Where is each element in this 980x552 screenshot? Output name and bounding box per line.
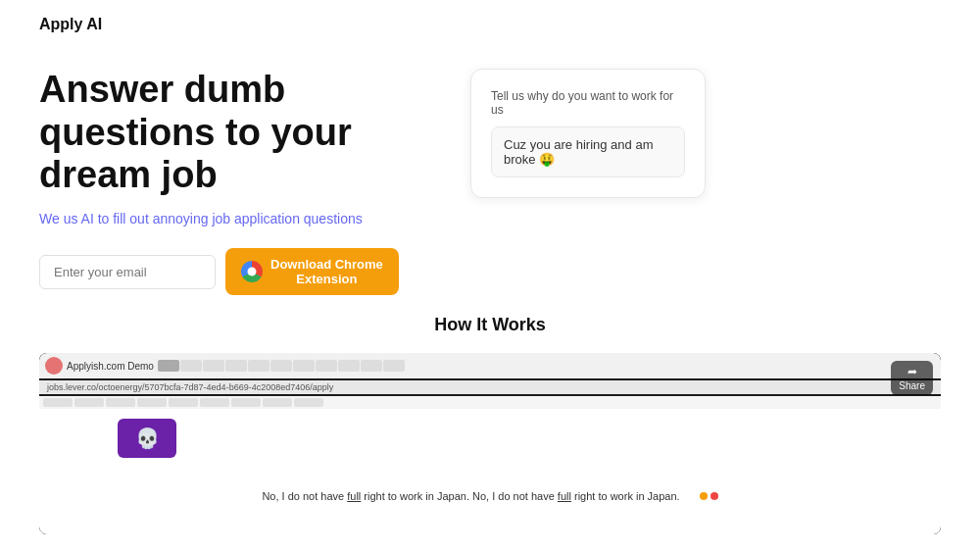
download-btn-label: Download ChromeExtension — [270, 257, 383, 286]
video-label: Applyish.com Demo — [67, 361, 154, 372]
url-bar[interactable]: jobs.lever.co/octoenergy/5707bcfa-7d87-4… — [39, 380, 941, 394]
hero-subtitle: We us AI to fill out annoying job applic… — [39, 211, 431, 226]
chrome-icon — [241, 261, 263, 282]
hero-left: Answer dumb questions to your dream job … — [39, 69, 431, 295]
content-area: No, I do not have full right to work in … — [242, 468, 737, 525]
tab-6[interactable] — [293, 360, 315, 372]
video-text: No, I do not have full right to work in … — [262, 488, 679, 505]
bookmark-7[interactable] — [231, 398, 261, 407]
bookmark-1[interactable] — [43, 398, 73, 407]
url-text: jobs.lever.co/octoenergy/5707bcfa-7d87-4… — [47, 382, 333, 392]
tab-10[interactable] — [383, 360, 405, 372]
hero-right: Tell us why do you want to work for us C… — [470, 69, 706, 198]
page-wrapper: Apply AI Answer dumb questions to your d… — [0, 0, 980, 552]
active-tab[interactable] — [158, 360, 179, 372]
question-card: Tell us why do you want to work for us C… — [470, 69, 706, 198]
bookmark-8[interactable] — [263, 398, 292, 407]
how-it-works-title: How It Works — [434, 315, 546, 335]
tab-4[interactable] — [248, 360, 270, 372]
tab-8[interactable] — [338, 360, 360, 372]
hero-section: Answer dumb questions to your dream job … — [0, 49, 980, 305]
bookmark-3[interactable] — [106, 398, 135, 407]
video-inner: Applyish.com Demo jobs.lever.co — [39, 353, 941, 534]
bookmark-4[interactable] — [137, 398, 167, 407]
bookmark-5[interactable] — [169, 398, 198, 407]
how-it-works-section: How It Works — [0, 305, 980, 353]
tab-2[interactable] — [203, 360, 224, 372]
header: Apply AI — [0, 0, 980, 49]
skull-icon: 💀 — [118, 419, 176, 458]
share-badge[interactable]: ➦ Share — [891, 361, 933, 395]
tab-9[interactable] — [361, 360, 382, 372]
answer-text: Cuz you are hiring and am broke 🤑 — [504, 137, 672, 167]
bookmark-9[interactable] — [294, 398, 323, 407]
tab-5[interactable] — [270, 360, 292, 372]
download-chrome-button[interactable]: Download ChromeExtension — [225, 248, 399, 295]
underline-full-2: full — [558, 490, 571, 502]
indicator-dots — [700, 492, 718, 500]
hero-title: Answer dumb questions to your dream job — [39, 69, 431, 197]
email-input[interactable] — [39, 255, 216, 289]
answer-box: Cuz you are hiring and am broke 🤑 — [491, 126, 685, 177]
video-content: 💀 No, I do not have full right to work i… — [39, 409, 941, 534]
browser-bar: Applyish.com Demo — [39, 353, 941, 378]
browser-tabs — [158, 360, 935, 372]
logo: Apply AI — [39, 16, 102, 33]
bookmark-2[interactable] — [74, 398, 104, 407]
bookmark-6[interactable] — [200, 398, 229, 407]
share-arrow-icon: ➦ — [907, 365, 917, 378]
dot-amber — [700, 492, 708, 500]
underline-full-1: full — [347, 490, 361, 502]
browser-favicon — [45, 357, 63, 375]
video-wrapper[interactable]: Applyish.com Demo jobs.lever.co — [39, 353, 941, 534]
tab-7[interactable] — [316, 360, 337, 372]
tab-1[interactable] — [180, 360, 202, 372]
question-label: Tell us why do you want to work for us — [491, 89, 685, 117]
dot-red — [710, 492, 718, 500]
hero-actions: Download ChromeExtension — [39, 248, 431, 295]
bookmark-bar — [39, 396, 941, 409]
tab-3[interactable] — [225, 360, 247, 372]
share-label: Share — [899, 380, 925, 391]
